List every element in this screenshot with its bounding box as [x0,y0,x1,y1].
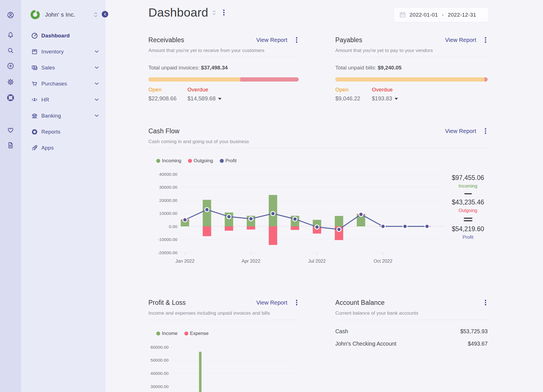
sidebar-item-dashboard[interactable]: Dashboard [21,28,106,44]
sidebar-item-label: Sales [41,65,55,71]
cart-icon [31,80,38,87]
document-icon[interactable] [7,141,14,149]
profit-loss-chart[interactable]: 60000.0050000.0040000.0030000.00 [148,343,299,392]
bell-icon[interactable] [7,31,14,39]
sidebar-collapse-button[interactable] [102,11,108,17]
receivables-title: Receivables [148,36,184,44]
account-value: $493.67 [468,341,488,347]
payables-open-stat: Open $9,046.22 [335,87,372,102]
account-row: Cash $53,725.93 [335,327,488,335]
sidebar-item-sales[interactable]: Sales [21,60,106,76]
account-balance-title: Account Balance [335,299,385,307]
page-kebab-menu[interactable] [222,8,226,17]
legend-item-income[interactable]: Income [156,331,178,336]
company-name[interactable]: John' s Inc. [45,11,75,18]
page-title-sort-icon[interactable] [212,9,216,16]
cashflow-chart[interactable]: -20000.00-10000.000.0010000.0020000.0030… [148,157,446,269]
cashflow-kebab-menu[interactable] [483,127,488,135]
account-row: John's Checking Account $493.67 [335,340,488,348]
payables-progress-bar [335,77,488,82]
profit-loss-view-report-link[interactable]: View Report [256,299,288,306]
expense-dot-icon [184,332,188,335]
speedometer-icon [31,32,38,39]
svg-text:10000.00: 10000.00 [159,211,177,216]
cashflow-subtitle: Cash coming in and going out of your bus… [148,139,488,145]
cashflow-view-report-link[interactable]: View Report [445,128,476,134]
account-name: Cash [335,328,348,335]
sidebar-item-reports[interactable]: Reports [21,124,106,140]
divider [148,148,488,148]
page-title: Dashboard [148,6,208,19]
account-name: John's Checking Account [335,341,396,347]
date-range-picker[interactable]: 2022-01-01 - 2022-12-31 [393,7,489,22]
sidebar-item-banking[interactable]: Banking [21,108,106,124]
account-value: $53,725.93 [460,328,488,335]
account-balance-subtitle: Current balance of your bank accounts [335,310,488,316]
svg-text:30000.00: 30000.00 [150,384,169,389]
chevron-down-icon [95,50,99,53]
svg-text:Oct 2022: Oct 2022 [374,258,392,263]
people-icon [31,96,38,103]
heart-icon[interactable] [7,126,14,134]
payables-progress-open [335,77,485,82]
gear-icon[interactable] [7,78,14,86]
payables-kebab-menu[interactable] [483,36,488,44]
svg-text:50000.00: 50000.00 [150,358,169,362]
company-logo-icon [30,9,41,21]
lifebuoy-icon[interactable] [7,94,14,102]
sidebar-item-apps[interactable]: Apps [21,140,106,156]
svg-text:-20000.00: -20000.00 [158,250,177,255]
equals-icon [464,218,472,221]
receivables-overdue-stat: Overdue $14,589.68 [187,87,227,102]
banknote-icon [31,64,38,71]
overdue-dropdown-caret[interactable] [395,98,398,100]
svg-text:40000.00: 40000.00 [150,371,169,376]
date-separator: - [442,12,444,18]
svg-text:20000.00: 20000.00 [159,198,177,203]
rocket-icon [31,144,38,152]
receivables-subtitle: Amount that you're yet to receive from y… [148,48,299,53]
payables-subtitle: Amount that you're yet to pay to your ve… [335,48,488,53]
dashboard-app: { "company": { "name": "John' s Inc." },… [0,0,543,392]
receivables-view-report-link[interactable]: View Report [256,37,288,43]
chevron-down-icon [95,114,99,117]
overdue-dropdown-caret[interactable] [218,98,221,100]
calendar-icon [399,11,406,18]
profit-loss-kebab-menu[interactable] [295,298,299,307]
outgoing-total: $43,235.46 [448,198,488,206]
plus-circle-icon[interactable] [7,62,14,70]
cashflow-summary: $97,455.06 Incoming $43,235.46 Outgoing … [448,174,488,240]
search-icon[interactable] [7,47,14,54]
company-sort-icon[interactable] [94,11,98,18]
profit-total-label: Profit [448,235,488,240]
sidebar-item-label: HR [41,97,49,103]
cashflow-card: Cash Flow View Report Cash coming in and… [148,127,488,269]
account-balance-kebab-menu[interactable] [483,298,488,307]
receivables-progress-open [148,77,240,82]
sidebar-item-hr[interactable]: HR [21,92,106,108]
company-switcher[interactable]: John' s Inc. [21,8,106,22]
receivables-card: Receivables View Report Amount that you'… [148,35,299,102]
minus-icon [464,193,472,194]
sidebar-item-label: Banking [41,113,61,119]
receivables-kebab-menu[interactable] [295,36,299,44]
payables-view-report-link[interactable]: View Report [445,37,476,43]
divider [335,320,488,320]
payables-total: Total unpaid bills: $9,240.05 [335,65,488,71]
sidebar-item-purchases[interactable]: Purchases [21,76,106,92]
main-content: Dashboard 2022-01-01 - 2022-12-31 Receiv… [106,0,543,392]
incoming-total-label: Incoming [448,183,488,189]
payables-card: Payables View Report Amount that you're … [335,35,488,102]
divider [148,57,299,57]
overdue-label: Overdue [372,87,411,93]
legend-item-expense[interactable]: Expense [184,331,209,336]
profit-loss-title: Profit & Loss [148,299,186,307]
svg-text:60000.00: 60000.00 [150,345,169,350]
sidebar-item-inventory[interactable]: Inventory [21,44,106,60]
receivables-open-stat: Open $22,908.66 [148,87,187,102]
account-icon[interactable] [7,11,14,19]
incoming-total: $97,455.06 [448,174,488,182]
sidebar-item-label: Dashboard [41,33,70,39]
sidebar-item-label: Inventory [41,49,64,55]
svg-text:Apr 2022: Apr 2022 [241,258,260,263]
